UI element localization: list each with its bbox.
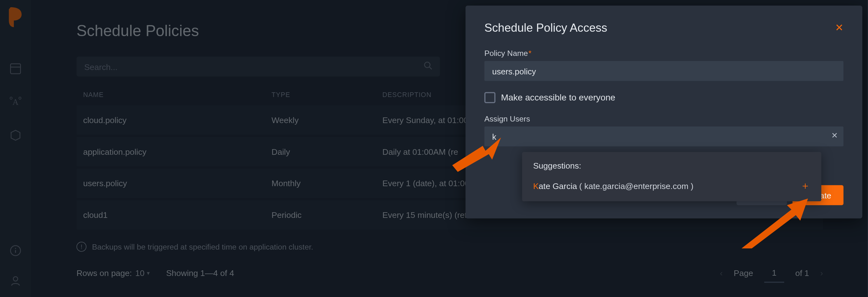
assign-users-input[interactable] [484, 126, 843, 147]
suggestions-dropdown: Suggestions: Kate Garcia ( kate.garcia@e… [522, 152, 822, 201]
assign-users-label: Assign Users [484, 114, 843, 123]
make-accessible-label: Make accessible to everyone [501, 93, 615, 103]
make-accessible-row[interactable]: Make accessible to everyone [484, 92, 843, 103]
schedule-policy-access-modal: Schedule Policy Access ✕ Policy Name* Ma… [465, 6, 862, 218]
add-user-icon[interactable]: ＋ [800, 179, 810, 192]
policy-name-label: Policy Name* [484, 49, 843, 57]
policy-name-input[interactable] [484, 61, 843, 81]
annotation-arrow-1 [452, 138, 502, 176]
suggestion-email: ( kate.garcia@enterprise.com ) [579, 181, 693, 190]
svg-marker-12 [742, 199, 808, 248]
make-accessible-checkbox[interactable] [484, 92, 495, 103]
suggestion-item[interactable]: Kate Garcia ( kate.garcia@enterprise.com… [533, 179, 810, 192]
suggestions-label: Suggestions: [533, 161, 810, 170]
suggestion-highlight: K [533, 181, 539, 190]
clear-input-icon[interactable]: ✕ [831, 131, 838, 140]
close-icon[interactable]: ✕ [835, 22, 843, 34]
annotation-arrow-2 [742, 199, 808, 248]
suggestion-name: ate Garcia [539, 181, 577, 190]
svg-marker-11 [452, 138, 501, 172]
modal-title: Schedule Policy Access [484, 21, 607, 34]
